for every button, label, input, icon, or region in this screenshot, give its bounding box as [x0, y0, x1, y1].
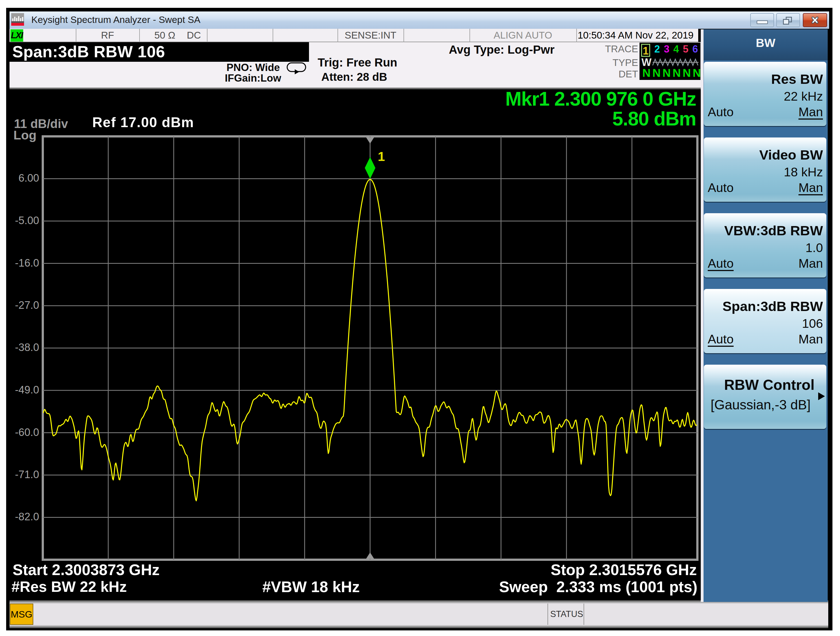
svg-text:1: 1: [378, 149, 385, 164]
